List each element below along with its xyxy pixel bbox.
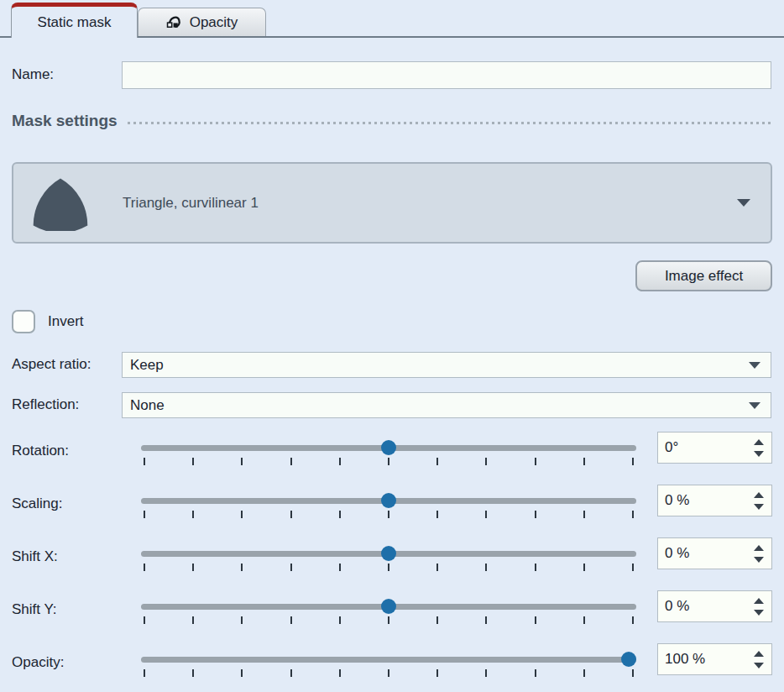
tick-mark	[436, 669, 438, 677]
invert-checkbox[interactable]	[12, 310, 35, 333]
tick-mark	[485, 616, 487, 624]
image-effect-button[interactable]: Image effect	[635, 260, 772, 291]
tick-mark	[144, 616, 145, 624]
rotation-slider-thumb[interactable]	[381, 440, 396, 455]
reflection-label: Reflection:	[12, 396, 79, 413]
mask-settings-title: Mask settings	[12, 112, 118, 130]
slider-row-rotation: Rotation: 0°	[0, 432, 784, 479]
tick-mark	[192, 564, 194, 571]
shift-x-slider-track[interactable]	[141, 551, 636, 557]
mask-settings-panel: Static mask Opacity Name: Mask settings …	[0, 0, 784, 692]
animation-curve-icon	[166, 13, 184, 31]
spinner-up-arrow-icon[interactable]	[754, 492, 764, 498]
mask-shape-dropdown-value: Triangle, curvilinear 1	[123, 195, 737, 212]
opacity-value-spinner[interactable]: 100 %	[657, 643, 772, 675]
tick-mark	[485, 564, 487, 571]
invert-checkbox-row: Invert	[12, 310, 84, 333]
scaling-value-spinner[interactable]: 0 %	[657, 485, 772, 516]
tick-mark	[144, 669, 145, 677]
scaling-slider-track[interactable]	[141, 498, 636, 504]
shift-y-slider-thumb[interactable]	[381, 599, 396, 614]
spinner-down-arrow-icon[interactable]	[754, 451, 764, 457]
tick-mark	[241, 511, 243, 518]
shift-x-slider-thumb[interactable]	[381, 546, 396, 561]
spinner-up-arrow-icon[interactable]	[754, 651, 764, 657]
tick-mark	[535, 669, 536, 677]
tick-mark	[583, 458, 585, 465]
opacity-label: Opacity:	[12, 654, 64, 671]
shift-x-value-spinner[interactable]: 0 %	[657, 537, 772, 569]
tick-mark	[192, 511, 194, 518]
spinner-up-arrow-icon[interactable]	[754, 545, 764, 551]
spinner-down-arrow-icon[interactable]	[754, 504, 764, 510]
tick-mark	[339, 616, 341, 624]
rotation-value-spinner[interactable]: 0°	[657, 432, 772, 464]
tick-mark	[388, 669, 389, 677]
rotation-slider-track[interactable]	[141, 445, 636, 451]
tick-mark	[583, 564, 585, 571]
shift-x-label: Shift X:	[12, 548, 58, 565]
scaling-value: 0 %	[658, 492, 754, 509]
chevron-down-icon	[749, 402, 760, 409]
slider-row-shift-x: Shift X: 0 %	[0, 537, 784, 585]
spinner-up-arrow-icon[interactable]	[754, 439, 764, 445]
tick-mark	[241, 564, 243, 571]
mask-shape-dropdown[interactable]: Triangle, curvilinear 1	[12, 162, 772, 244]
tick-mark	[388, 458, 389, 465]
tick-mark	[436, 458, 438, 465]
shift-y-value: 0 %	[658, 598, 754, 615]
tick-mark	[583, 511, 585, 518]
tick-mark	[583, 616, 585, 624]
scaling-slider-thumb[interactable]	[381, 493, 396, 508]
tick-mark	[290, 564, 292, 571]
spinner-up-arrow-icon[interactable]	[754, 598, 764, 604]
tick-mark	[144, 564, 145, 571]
spinner-down-arrow-icon[interactable]	[754, 610, 764, 616]
shift-x-slider-ticks	[144, 564, 634, 571]
shift-y-value-spinner[interactable]: 0 %	[657, 590, 772, 622]
tick-mark	[535, 564, 536, 571]
tick-mark	[535, 511, 536, 518]
name-input[interactable]	[122, 61, 771, 89]
slider-row-opacity: Opacity: 100 %	[0, 643, 784, 690]
rotation-slider-ticks	[144, 458, 634, 465]
tab-static-mask[interactable]: Static mask	[11, 3, 138, 38]
tick-mark	[436, 511, 438, 518]
tick-mark	[485, 458, 487, 465]
dotted-separator	[128, 122, 772, 124]
chevron-down-icon	[749, 362, 760, 369]
reflection-value: None	[130, 397, 749, 414]
rotation-label: Rotation:	[12, 443, 69, 459]
opacity-slider-ticks	[144, 669, 634, 677]
slider-row-scaling: Scaling: 0 %	[0, 485, 784, 532]
tick-mark	[339, 669, 341, 677]
shift-y-slider-track[interactable]	[141, 604, 636, 610]
tick-mark	[485, 669, 487, 677]
tab-static-mask-label: Static mask	[38, 14, 112, 31]
opacity-slider-thumb[interactable]	[621, 652, 636, 667]
reuleaux-triangle-icon	[29, 176, 92, 231]
tick-mark	[535, 616, 536, 624]
aspect-ratio-dropdown[interactable]: Keep	[122, 352, 771, 378]
tick-mark	[290, 669, 292, 677]
spinner-down-arrow-icon[interactable]	[754, 557, 764, 563]
tick-mark	[192, 458, 194, 465]
spinner-down-arrow-icon[interactable]	[754, 663, 764, 668]
tick-mark	[632, 458, 634, 465]
tick-mark	[632, 511, 634, 518]
tick-mark	[290, 511, 292, 518]
tick-mark	[290, 458, 292, 465]
mask-settings-section-header: Mask settings	[12, 112, 772, 130]
tick-mark	[583, 669, 585, 677]
opacity-slider-track[interactable]	[141, 657, 636, 663]
reflection-dropdown[interactable]: None	[122, 392, 771, 418]
tab-opacity[interactable]: Opacity	[138, 8, 266, 36]
tick-mark	[192, 616, 194, 624]
tick-mark	[388, 564, 389, 571]
tick-mark	[192, 669, 194, 677]
tick-mark	[485, 511, 487, 518]
tab-opacity-label: Opacity	[190, 14, 238, 31]
tick-mark	[339, 511, 341, 518]
tick-mark	[632, 669, 634, 677]
tick-mark	[241, 669, 243, 677]
